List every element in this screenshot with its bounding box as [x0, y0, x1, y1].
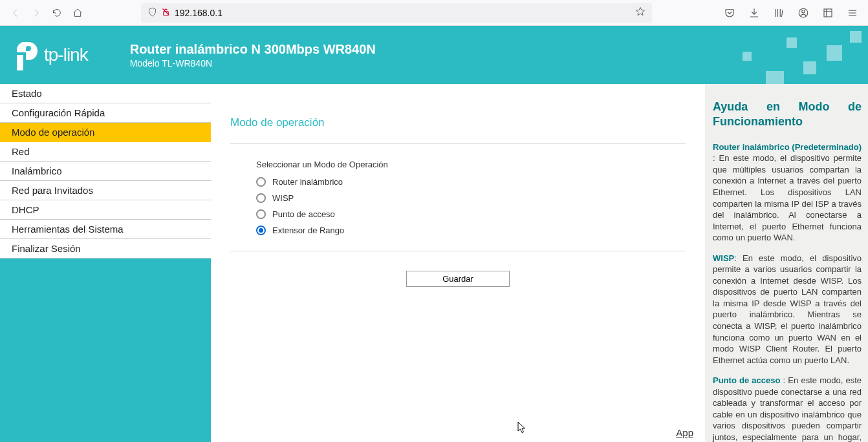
help-panel: Ayuda en Modo de Funcionamiento Router i…: [705, 84, 868, 442]
sidebar-item[interactable]: Red para Invitados: [0, 181, 211, 200]
form-label: Seleccionar un Modo de Operación: [256, 160, 686, 169]
page-subtitle: Modelo TL-WR840N: [130, 58, 376, 68]
bookmark-star-icon[interactable]: [635, 6, 646, 19]
download-icon[interactable]: [745, 4, 763, 22]
banner-decoration: [700, 26, 868, 84]
library-icon[interactable]: [770, 4, 788, 22]
shield-icon: [147, 7, 157, 19]
sidebar-item[interactable]: DHCP: [0, 200, 211, 220]
svg-rect-3: [824, 9, 832, 17]
url-bar[interactable]: 192.168.0.1: [141, 3, 652, 23]
brand-name: tp-link: [44, 45, 88, 65]
radio-icon: [256, 177, 266, 187]
section-title: Modo de operación: [230, 116, 686, 129]
forward-button[interactable]: [27, 4, 45, 22]
brand-logo: tp-link: [13, 42, 88, 68]
radio-option[interactable]: Router inalámbrico: [256, 177, 686, 187]
help-paragraph: Router inalámbrico (Predeterminado) : En…: [713, 142, 862, 244]
radio-label: Router inalámbrico: [272, 177, 343, 187]
home-button[interactable]: [69, 4, 87, 22]
app-link[interactable]: App: [676, 427, 693, 438]
reload-button[interactable]: [48, 4, 66, 22]
radio-icon: [256, 226, 266, 235]
sidebar-item[interactable]: Finalizar Sesión: [0, 239, 211, 258]
page-title: Router inalámbrico N 300Mbps WR840N: [130, 42, 376, 57]
back-button[interactable]: [6, 4, 25, 22]
header-banner: tp-link Router inalámbrico N 300Mbps WR8…: [0, 26, 868, 84]
sidebar-item[interactable]: Herramientas del Sistema: [0, 220, 211, 239]
mouse-cursor-icon: [517, 421, 528, 434]
sidebar: EstadoConfiguración RápidaModo de operac…: [0, 84, 211, 442]
radio-option[interactable]: Punto de acceso: [256, 209, 686, 219]
help-title: Ayuda en Modo de Funcionamiento: [713, 100, 862, 130]
extension-icon[interactable]: [819, 4, 837, 22]
sidebar-item[interactable]: Modo de operación: [0, 123, 211, 142]
radio-label: Extensor de Rango: [272, 226, 344, 235]
sidebar-item[interactable]: Red: [0, 142, 211, 162]
radio-option[interactable]: WISP: [256, 193, 686, 203]
radio-label: WISP: [272, 193, 294, 203]
menu-icon[interactable]: [843, 4, 862, 22]
radio-icon: [256, 209, 266, 219]
save-button[interactable]: Guardar: [406, 271, 510, 287]
sidebar-item[interactable]: Configuración Rápida: [0, 103, 211, 123]
main-panel: Modo de operación Seleccionar un Modo de…: [211, 84, 705, 442]
help-paragraph: Punto de acceso : En este modo, este dis…: [713, 375, 862, 442]
account-icon[interactable]: [794, 4, 812, 22]
lock-insecure-icon: [161, 7, 171, 19]
tplink-logo-icon: [13, 42, 39, 68]
pocket-icon[interactable]: [721, 4, 739, 22]
radio-option[interactable]: Extensor de Rango: [256, 226, 686, 235]
sidebar-item[interactable]: Inalámbrico: [0, 162, 211, 181]
radio-icon: [256, 193, 266, 203]
sidebar-item[interactable]: Estado: [0, 84, 211, 103]
svg-point-2: [802, 10, 805, 13]
browser-toolbar: 192.168.0.1: [0, 0, 868, 26]
radio-label: Punto de acceso: [272, 209, 335, 219]
url-text: 192.168.0.1: [175, 8, 631, 18]
help-paragraph: WISP: En este modo, el dispositivo permi…: [713, 253, 862, 366]
